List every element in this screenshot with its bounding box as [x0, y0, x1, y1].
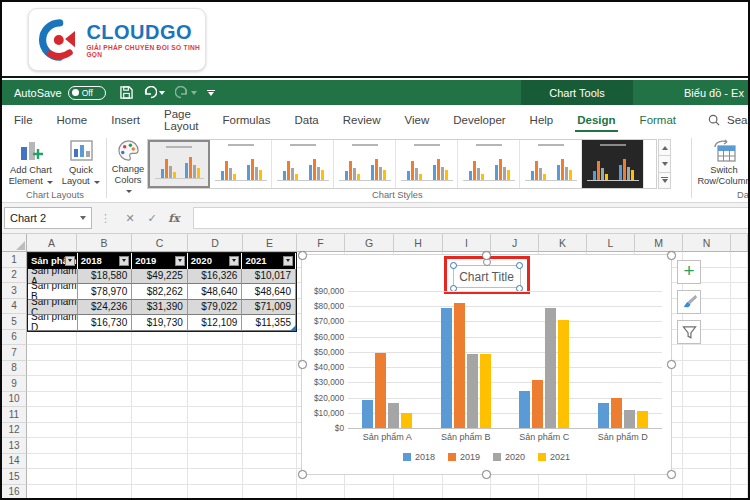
row-header-2[interactable]: 2: [2, 268, 27, 284]
row-header-8[interactable]: 8: [2, 361, 27, 377]
bar-2019-s-n-ph-m-d[interactable]: [611, 398, 622, 428]
chart-selection-handle[interactable]: [667, 470, 676, 479]
bar-2018-s-n-ph-m-a[interactable]: [362, 400, 373, 428]
column-header-H[interactable]: H: [394, 234, 443, 252]
product-name-cell[interactable]: Sản phẩm D: [28, 315, 78, 331]
cell[interactable]: [683, 438, 731, 454]
cell[interactable]: [731, 330, 748, 346]
cell[interactable]: [243, 438, 297, 454]
cell[interactable]: [345, 485, 394, 500]
product-name-cell[interactable]: Sản phẩm A: [28, 269, 78, 285]
value-cell[interactable]: $82,262: [132, 284, 188, 300]
cell[interactable]: [188, 423, 243, 439]
value-cell[interactable]: $79,022: [188, 300, 243, 316]
column-header-G[interactable]: G: [345, 234, 394, 252]
cell[interactable]: [132, 485, 188, 500]
cell[interactable]: [683, 454, 731, 470]
confirm-entry-icon[interactable]: ✓: [141, 212, 163, 225]
formula-bar-splitter[interactable]: ⋮: [100, 212, 111, 225]
cell[interactable]: [683, 392, 731, 408]
cell[interactable]: [587, 485, 635, 500]
autosave-toggle[interactable]: Off: [68, 86, 106, 100]
chart-style-thumbnail-2[interactable]: [210, 140, 272, 188]
chart-style-thumbnail-1[interactable]: [148, 140, 210, 188]
row-header-12[interactable]: 12: [2, 423, 27, 439]
chart-selection-handle[interactable]: [298, 360, 307, 369]
column-header-C[interactable]: C: [132, 234, 188, 252]
column-header-K[interactable]: K: [539, 234, 587, 252]
cell[interactable]: [132, 376, 188, 392]
cell[interactable]: [132, 423, 188, 439]
row-header-11[interactable]: 11: [2, 407, 27, 423]
row-header-3[interactable]: 3: [2, 283, 27, 299]
cell[interactable]: [188, 485, 243, 500]
cell[interactable]: [243, 361, 297, 377]
chart-selection-handle[interactable]: [667, 251, 676, 260]
value-cell[interactable]: $78,970: [78, 284, 133, 300]
select-all-corner[interactable]: [2, 234, 27, 252]
undo-dropdown-caret[interactable]: [159, 91, 165, 95]
cell[interactable]: [243, 423, 297, 439]
cell[interactable]: [77, 438, 132, 454]
quick-layout-button[interactable]: Quick Layout: [58, 139, 104, 186]
row-header-13[interactable]: 13: [2, 438, 27, 454]
legend-item-2019[interactable]: 2019: [448, 452, 480, 462]
column-header-L[interactable]: L: [587, 234, 635, 252]
cell[interactable]: [188, 345, 243, 361]
value-cell[interactable]: $48,640: [188, 284, 243, 300]
column-header-E[interactable]: E: [243, 234, 297, 252]
formula-input[interactable]: [193, 207, 748, 229]
row-header-7[interactable]: 7: [2, 345, 27, 361]
cell[interactable]: [188, 361, 243, 377]
cell[interactable]: [243, 485, 297, 500]
cell[interactable]: [188, 376, 243, 392]
chart-selection-handle[interactable]: [298, 470, 307, 479]
tab-page-layout[interactable]: Page Layout: [152, 105, 211, 134]
column-header-I[interactable]: I: [443, 234, 491, 252]
table-resize-handle[interactable]: [290, 325, 296, 331]
row-header-15[interactable]: 15: [2, 469, 27, 485]
column-header-D[interactable]: D: [188, 234, 243, 252]
tab-home[interactable]: Home: [45, 105, 100, 134]
chart-object[interactable]: Chart Title$0$10,000$20,000$30,000$40,00…: [301, 254, 672, 475]
product-name-cell[interactable]: Sản phẩm C: [28, 300, 78, 316]
column-header-partial[interactable]: [731, 234, 748, 252]
cell[interactable]: [243, 376, 297, 392]
cell[interactable]: [77, 423, 132, 439]
bar-2020-s-n-ph-m-b[interactable]: [467, 354, 478, 428]
value-cell[interactable]: $31,390: [132, 300, 188, 316]
cell[interactable]: [243, 330, 297, 346]
name-box-caret[interactable]: [80, 216, 86, 220]
bar-2021-s-n-ph-m-d[interactable]: [637, 411, 648, 428]
cell[interactable]: [27, 438, 77, 454]
cell[interactable]: [77, 407, 132, 423]
value-cell[interactable]: $16,326: [188, 269, 243, 285]
bar-2021-s-n-ph-m-b[interactable]: [480, 354, 491, 428]
row-header-5[interactable]: 5: [2, 314, 27, 330]
switch-row-column-button[interactable]: Switch Row/Column: [698, 139, 750, 186]
title-selection-handle[interactable]: [450, 262, 457, 269]
product-name-cell[interactable]: Sản phẩm B: [28, 284, 78, 300]
cell[interactable]: [683, 345, 731, 361]
bar-2021-s-n-ph-m-c[interactable]: [558, 320, 569, 428]
cell[interactable]: [731, 361, 748, 377]
cell[interactable]: [27, 376, 77, 392]
filter-dropdown-button[interactable]: [229, 256, 239, 266]
chart-selection-handle[interactable]: [482, 251, 491, 260]
tab-insert[interactable]: Insert: [99, 105, 152, 134]
cell[interactable]: [243, 392, 297, 408]
row-header-1[interactable]: 1: [2, 252, 27, 268]
column-header-J[interactable]: J: [491, 234, 539, 252]
cell[interactable]: [77, 392, 132, 408]
cell[interactable]: [27, 392, 77, 408]
cell[interactable]: [188, 438, 243, 454]
insert-function-icon[interactable]: fx: [163, 212, 185, 225]
change-colors-button[interactable]: Change Colors: [110, 139, 146, 196]
cell[interactable]: [77, 485, 132, 500]
chart-title[interactable]: Chart Title: [453, 265, 521, 288]
cell[interactable]: [132, 345, 188, 361]
cell[interactable]: [132, 330, 188, 346]
cell[interactable]: [731, 469, 748, 485]
cell[interactable]: [394, 485, 443, 500]
add-chart-element-button[interactable]: Add Chart Element: [8, 139, 54, 186]
